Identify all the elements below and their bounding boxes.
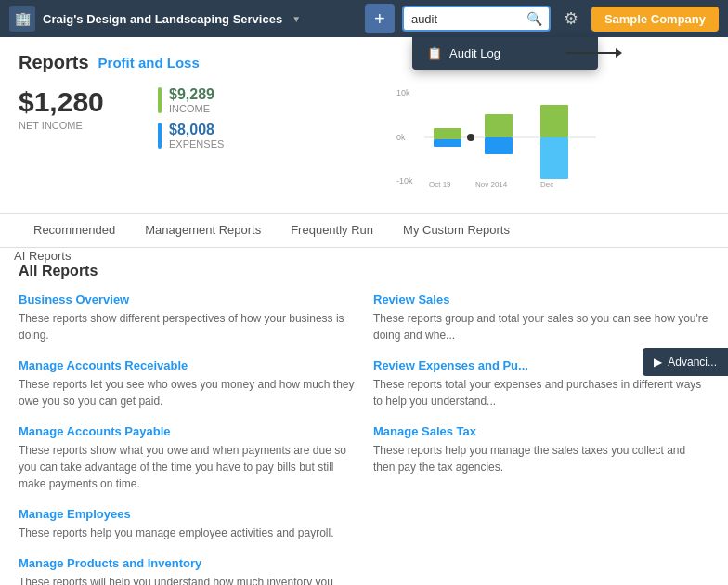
- all-reports-heading: All Reports: [19, 263, 709, 280]
- advance-arrow-icon: ▶: [654, 356, 662, 369]
- chevron-down-icon: ▼: [292, 14, 301, 24]
- reports-grid: Business Overview These reports show dif…: [19, 292, 709, 585]
- review-sales-title[interactable]: Review Sales: [373, 292, 709, 306]
- business-overview-desc: These reports show different perspective…: [19, 310, 355, 344]
- net-income-value: $1,280: [19, 86, 130, 118]
- svg-rect-7: [485, 137, 513, 154]
- svg-text:Oct 19: Oct 19: [429, 180, 451, 188]
- report-section-sales-tax: Manage Sales Tax These reports help you …: [373, 424, 709, 475]
- tabs-row: Recommended Management Reports Frequentl…: [0, 214, 728, 248]
- search-icon: 🔍: [526, 11, 542, 26]
- search-input[interactable]: [411, 12, 523, 26]
- add-button[interactable]: +: [365, 4, 395, 33]
- review-expenses-desc: These reports total your expenses and pu…: [373, 376, 709, 410]
- income-expense-block: $9,289 INCOME $8,008 EXPENSES: [158, 86, 260, 157]
- svg-text:Nov 2014: Nov 2014: [475, 180, 508, 188]
- report-section-employees: Manage Employees These reports help you …: [19, 507, 355, 541]
- business-overview-title[interactable]: Business Overview: [19, 292, 355, 306]
- svg-text:Dec: Dec: [540, 180, 553, 188]
- chart-svg: 10k 0k -10k Oct 19 Nov 2014 Dec: [288, 86, 709, 188]
- tab-management-reports[interactable]: Management Reports: [130, 214, 276, 248]
- income-bar: [158, 87, 162, 113]
- advance-button[interactable]: ▶ Advanci...: [643, 348, 728, 376]
- income-line: $9,289 INCOME: [158, 86, 260, 114]
- audit-log-label: Audit Log: [449, 46, 500, 60]
- gear-icon[interactable]: ⚙: [564, 8, 578, 29]
- review-sales-desc: These reports group and total your sales…: [373, 310, 709, 344]
- tab-my-custom-reports[interactable]: My Custom Reports: [388, 214, 525, 248]
- reports-header: Reports Profit and Loss: [19, 52, 709, 73]
- svg-rect-10: [540, 137, 568, 179]
- report-section-review-sales: Review Sales These reports group and tot…: [373, 292, 709, 344]
- svg-rect-4: [434, 128, 462, 139]
- report-section-accounts-payable: Manage Accounts Payable These reports sh…: [19, 424, 355, 492]
- svg-text:-10k: -10k: [396, 176, 413, 186]
- advance-label: Advanci...: [668, 356, 717, 369]
- search-box[interactable]: 🔍: [402, 6, 551, 32]
- svg-text:10k: 10k: [396, 88, 410, 98]
- reports-title: Reports: [19, 52, 89, 73]
- net-income-label: NET INCOME: [19, 120, 130, 131]
- reports-list: All Reports Business Overview These repo…: [0, 248, 728, 585]
- report-section-inventory: Manage Products and Inventory These repo…: [19, 556, 355, 585]
- company-icon: 🏢: [9, 6, 35, 32]
- report-col-right: Review Sales These reports group and tot…: [373, 292, 709, 585]
- expense-line: $8,008 EXPENSES: [158, 122, 260, 150]
- employees-title[interactable]: Manage Employees: [19, 507, 355, 521]
- expense-value: $8,008: [169, 122, 224, 138]
- expense-label: EXPENSES: [169, 138, 224, 150]
- accounts-receivable-title[interactable]: Manage Accounts Receivable: [19, 358, 355, 372]
- report-col-left: Business Overview These reports show dif…: [19, 292, 355, 585]
- company-name[interactable]: Craig's Design and Landscaping Services …: [43, 12, 301, 26]
- employees-desc: These reports help you manage employee a…: [19, 525, 355, 541]
- sales-tax-title[interactable]: Manage Sales Tax: [373, 424, 709, 438]
- tab-frequently-run[interactable]: Frequently Run: [276, 214, 388, 248]
- summary-area: $1,280 NET INCOME $9,289 INCOME $8,008 E…: [19, 86, 709, 188]
- income-info: $9,289 INCOME: [169, 86, 214, 114]
- report-section-accounts-receivable: Manage Accounts Receivable These reports…: [19, 358, 355, 410]
- sales-tax-desc: These reports help you manage the sales …: [373, 442, 709, 475]
- expense-info: $8,008 EXPENSES: [169, 122, 224, 150]
- expense-bar: [158, 123, 162, 149]
- report-section-business-overview: Business Overview These reports show dif…: [19, 292, 355, 344]
- sample-company-button[interactable]: Sample Company: [592, 6, 719, 32]
- reports-summary: Reports Profit and Loss $1,280 NET INCOM…: [0, 37, 728, 214]
- svg-rect-9: [540, 105, 568, 137]
- profit-loss-link[interactable]: Profit and Loss: [98, 55, 200, 71]
- income-label: INCOME: [169, 103, 214, 114]
- ai-reports-label: AI Reports: [14, 249, 71, 263]
- tab-recommended[interactable]: Recommended: [19, 214, 130, 248]
- chart-area: 10k 0k -10k Oct 19 Nov 2014 Dec: [288, 86, 709, 188]
- income-value: $9,289: [169, 86, 214, 103]
- top-nav: 🏢 Craig's Design and Landscaping Service…: [0, 0, 728, 37]
- accounts-payable-desc: These reports show what you owe and when…: [19, 442, 355, 492]
- net-income-block: $1,280 NET INCOME: [19, 86, 130, 131]
- accounts-receivable-desc: These reports let you see who owes you m…: [19, 376, 355, 410]
- inventory-title[interactable]: Manage Products and Inventory: [19, 556, 355, 570]
- inventory-desc: These reports will help you understand h…: [19, 574, 355, 585]
- audit-log-icon: 📋: [427, 46, 442, 60]
- svg-text:0k: 0k: [396, 133, 406, 142]
- svg-rect-5: [434, 139, 462, 147]
- svg-rect-6: [485, 114, 513, 137]
- accounts-payable-title[interactable]: Manage Accounts Payable: [19, 424, 355, 438]
- svg-point-8: [467, 134, 474, 141]
